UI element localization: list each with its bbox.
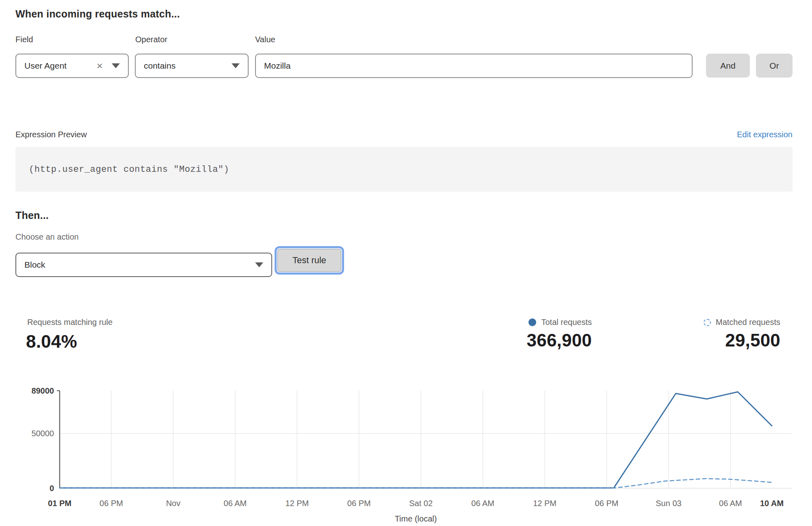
svg-text:Sat 02: Sat 02 [409,499,433,508]
svg-text:06 AM: 06 AM [719,499,742,508]
requests-time-series-chart: 0500008900001 PM06 PMNov06 AM12 PM06 PMS… [0,0,812,526]
svg-text:50000: 50000 [31,429,54,438]
svg-text:0: 0 [50,484,54,493]
svg-text:Nov: Nov [166,499,181,508]
svg-text:06 PM: 06 PM [595,499,619,508]
svg-text:06 AM: 06 AM [224,499,247,508]
svg-text:Time (local): Time (local) [395,514,437,523]
svg-text:06 PM: 06 PM [347,499,371,508]
svg-text:89000: 89000 [31,386,54,395]
svg-text:10 AM: 10 AM [760,499,784,508]
firewall-rule-builder-page: When incoming requests match... Field Op… [0,0,812,526]
svg-text:12 PM: 12 PM [533,499,556,508]
svg-text:01 PM: 01 PM [48,499,71,508]
svg-text:06 AM: 06 AM [471,499,494,508]
svg-text:12 PM: 12 PM [285,499,309,508]
svg-text:06 PM: 06 PM [100,499,123,508]
svg-text:Sun 03: Sun 03 [656,499,681,508]
